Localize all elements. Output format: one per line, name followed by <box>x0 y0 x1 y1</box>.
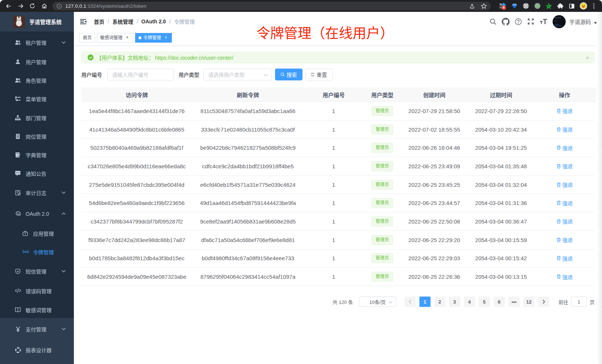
svg-text:A: A <box>25 250 27 253</box>
